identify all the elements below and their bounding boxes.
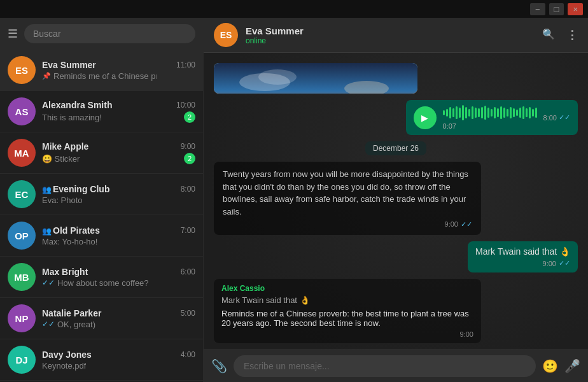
sidebar-header: ☰ [0, 18, 203, 50]
chat-name-max-bright: Max Bright [42, 267, 88, 277]
chat-info-old-pirates: 👥Old Pirates 7:00 Max: Yo-ho-ho! [42, 225, 195, 246]
chat-info-evening-club: 👥Evening Club 8:00 Eva: Photo [42, 184, 195, 205]
chat-preview-alexandra-smith: This is amazing! [42, 113, 102, 122]
titlebar-maximize[interactable]: □ [549, 3, 564, 15]
chat-header-info: Eva Summer online [246, 25, 535, 45]
waveform-bar [497, 108, 499, 117]
waveform-bar [462, 105, 464, 120]
avatar-davy-jones: DJ [8, 346, 36, 374]
quote-time-row: 9:00 ✓✓ [223, 220, 472, 229]
reply-time: 9:00 [460, 330, 473, 338]
chat-name-alexandra-smith: Alexandra Smith [42, 100, 112, 110]
chat-preview-mike-apple: 😀 Sticker [42, 154, 80, 164]
titlebar-minimize[interactable]: − [530, 3, 545, 15]
waveform-bar [465, 107, 467, 118]
waveform-bar [475, 108, 477, 118]
chat-preview-max-bright: ✓✓ How about some coffee? [42, 278, 149, 288]
reply-author: Alex Cassio [221, 284, 473, 293]
waveform-bar [532, 109, 534, 117]
message-input[interactable] [234, 355, 536, 377]
audio-message: ▶ 0:07 8:00 ✓✓ [406, 100, 578, 135]
titlebar-close[interactable]: × [568, 3, 583, 15]
mic-icon[interactable]: 🎤 [564, 358, 580, 374]
chat-time-evening-club: 8:00 [181, 185, 195, 194]
chat-info-eva-summer: Eva Summer 11:00 📌 Reminds me of a Chine… [42, 60, 195, 81]
avatar-natalie-parker: NP [8, 304, 36, 332]
avatar-max-bright: MB [8, 263, 36, 291]
audio-sent-time: 8:00 [543, 114, 557, 122]
reply-message: Alex Cassio Mark Twain said that 👌 Remin… [214, 279, 481, 343]
chat-preview-davy-jones: Keynote.pdf [42, 361, 86, 371]
chat-header-avatar: ES [214, 23, 238, 47]
chat-item-davy-jones[interactable]: DJ Davy Jones 4:00 Keynote.pdf [0, 339, 203, 381]
chat-header-status: online [246, 36, 535, 45]
date-badge: December 26 [365, 141, 426, 155]
emoji-icon[interactable]: 🙂 [542, 358, 558, 374]
quote-time: 9:00 [445, 220, 458, 229]
chat-item-evening-club[interactable]: EC 👥Evening Club 8:00 Eva: Photo [0, 174, 203, 215]
chat-preview-natalie-parker: ✓✓ OK, great) [42, 320, 95, 329]
chat-name-natalie-parker: Natalie Parker [42, 308, 101, 318]
chat-name-davy-jones: Davy Jones [42, 350, 92, 360]
mark-twain-time: 9:00 [543, 260, 556, 267]
chat-area: ES Eva Summer online 🔍 ⋮ [204, 18, 588, 382]
waveform-bar [459, 108, 461, 118]
chat-preview-eva-summer: 📌 Reminds me of a Chinese prover... [42, 71, 157, 81]
chat-item-old-pirates[interactable]: OP 👥Old Pirates 7:00 Max: Yo-ho-ho! [0, 215, 203, 257]
chat-name-mike-apple: Mike Apple [42, 141, 88, 152]
image-content [214, 63, 417, 94]
mark-twain-time-row: 9:00 ✓✓ [475, 259, 570, 267]
waveform-bar [500, 106, 502, 119]
messages-area: Nearly missed this sunrise 7:00 ▶ 0:07 8… [204, 53, 588, 350]
waveform-bar [494, 107, 496, 118]
waveform-bar [503, 108, 505, 118]
chat-time-mike-apple: 9:00 [181, 142, 195, 151]
waveform-bar [478, 108, 480, 117]
chat-item-eva-summer[interactable]: ES Eva Summer 11:00 📌 Reminds me of a Ch… [0, 50, 203, 91]
quote-text: Twenty years from now you will be more d… [223, 168, 472, 218]
mark-twain-message: Mark Twain said that 👌 9:00 ✓✓ [468, 241, 578, 272]
waveform-bar [468, 109, 470, 117]
chat-time-natalie-parker: 5:00 [181, 309, 195, 318]
play-button[interactable]: ▶ [414, 106, 437, 129]
chat-time-max-bright: 6:00 [181, 267, 195, 276]
menu-icon[interactable]: ☰ [8, 27, 18, 41]
chat-item-alexandra-smith[interactable]: AS Alexandra Smith 10:00 This is amazing… [0, 91, 203, 132]
chat-list: ES Eva Summer 11:00 📌 Reminds me of a Ch… [0, 50, 203, 382]
audio-check-icon: ✓✓ [559, 113, 570, 122]
chat-info-natalie-parker: Natalie Parker 5:00 ✓✓ OK, great) [42, 308, 195, 329]
reply-quoted-text: Mark Twain said that 👌 [221, 295, 473, 305]
chat-info-davy-jones: Davy Jones 4:00 Keynote.pdf [42, 350, 195, 371]
chat-header-name: Eva Summer [246, 25, 535, 36]
waveform-bar [519, 108, 521, 118]
badge-mike-apple: 2 [184, 153, 195, 164]
attach-icon[interactable]: 📎 [211, 358, 227, 374]
avatar-alexandra-smith: AS [8, 97, 36, 125]
search-chat-icon[interactable]: 🔍 [542, 28, 555, 42]
chat-preview-old-pirates: Max: Yo-ho-ho! [42, 237, 97, 246]
chat-item-max-bright[interactable]: MB Max Bright 6:00 ✓✓ How about some cof… [0, 257, 203, 298]
chat-name-eva-summer: Eva Summer [42, 60, 96, 70]
more-options-icon[interactable]: ⋮ [566, 28, 578, 42]
waveform-bar [516, 110, 518, 116]
waveform-bar [446, 109, 448, 117]
audio-waveform [443, 105, 537, 120]
chat-item-natalie-parker[interactable]: NP Natalie Parker 5:00 ✓✓ OK, great) [0, 298, 203, 339]
chat-name-evening-club: 👥Evening Club [42, 184, 109, 194]
chat-time-eva-summer: 11:00 [176, 60, 195, 69]
search-input[interactable] [24, 24, 195, 43]
chat-item-mike-apple[interactable]: MA Mike Apple 9:00 😀 Sticker 2 [0, 132, 203, 174]
waveform-bar [443, 110, 445, 115]
waveform-bar [449, 107, 451, 118]
waveform-bar [452, 108, 454, 117]
group-icon: 👥 [42, 185, 52, 194]
chat-info-mike-apple: Mike Apple 9:00 😀 Sticker 2 [42, 141, 195, 164]
waveform-bar [456, 106, 458, 119]
waveform-bar [526, 108, 528, 117]
waveform-bar [487, 108, 489, 118]
waveform-bar [522, 106, 524, 119]
quote-message: Twenty years from now you will be more d… [214, 162, 481, 235]
image-message: Nearly missed this sunrise 7:00 [214, 63, 417, 94]
svg-point-4 [258, 69, 297, 85]
sidebar: ☰ ES Eva Summer 11:00 📌 Reminds me of a … [0, 18, 204, 382]
